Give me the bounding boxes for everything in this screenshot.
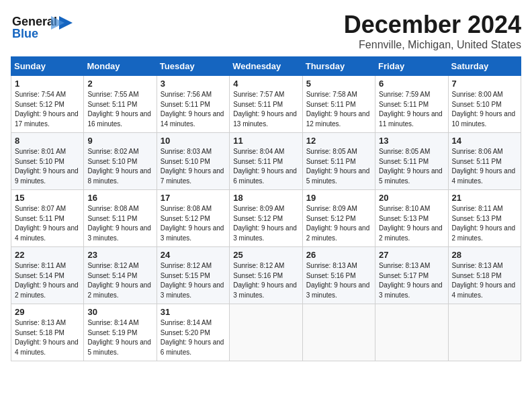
calendar-cell: 3Sunrise: 7:56 AMSunset: 5:11 PMDaylight…: [157, 76, 229, 133]
day-number: 23: [87, 250, 152, 260]
header-friday: Friday: [375, 57, 448, 76]
calendar-cell: 14Sunrise: 8:06 AMSunset: 5:11 PMDayligh…: [448, 133, 521, 190]
calendar-week-1: 1Sunrise: 7:54 AMSunset: 5:12 PMDaylight…: [11, 76, 521, 133]
day-number: 31: [161, 307, 226, 317]
day-number: 29: [15, 307, 80, 317]
calendar-cell: 13Sunrise: 8:05 AMSunset: 5:11 PMDayligh…: [375, 133, 448, 190]
calendar-cell: 16Sunrise: 8:08 AMSunset: 5:11 PMDayligh…: [84, 190, 157, 247]
cell-content: Sunrise: 8:04 AMSunset: 5:11 PMDaylight:…: [233, 148, 297, 185]
calendar-cell: 21Sunrise: 8:11 AMSunset: 5:13 PMDayligh…: [448, 190, 521, 247]
calendar-cell: 23Sunrise: 8:12 AMSunset: 5:14 PMDayligh…: [84, 247, 157, 304]
calendar-table: SundayMondayTuesdayWednesdayThursdayFrid…: [11, 56, 521, 361]
calendar-cell: 31Sunrise: 8:14 AMSunset: 5:20 PMDayligh…: [157, 304, 229, 361]
calendar-cell: 9Sunrise: 8:02 AMSunset: 5:10 PMDaylight…: [84, 133, 157, 190]
calendar-cell: 20Sunrise: 8:10 AMSunset: 5:13 PMDayligh…: [375, 190, 448, 247]
day-number: 20: [379, 193, 444, 203]
calendar-cell: 19Sunrise: 8:09 AMSunset: 5:12 PMDayligh…: [302, 190, 375, 247]
calendar-week-5: 29Sunrise: 8:13 AMSunset: 5:18 PMDayligh…: [11, 304, 521, 361]
calendar-header-row: SundayMondayTuesdayWednesdayThursdayFrid…: [11, 57, 521, 76]
header-wednesday: Wednesday: [230, 57, 302, 76]
calendar-cell: 1Sunrise: 7:54 AMSunset: 5:12 PMDaylight…: [11, 76, 84, 133]
day-number: 18: [233, 193, 298, 203]
cell-content: Sunrise: 8:06 AMSunset: 5:11 PMDaylight:…: [452, 148, 516, 185]
svg-text:Blue: Blue: [12, 27, 38, 40]
title-section: December 2024 Fennville, Michigan, Unite…: [344, 11, 521, 51]
calendar-cell: 4Sunrise: 7:57 AMSunset: 5:11 PMDaylight…: [230, 76, 302, 133]
calendar-cell: 7Sunrise: 8:00 AMSunset: 5:10 PMDaylight…: [448, 76, 521, 133]
cell-content: Sunrise: 8:08 AMSunset: 5:11 PMDaylight:…: [87, 205, 151, 242]
day-number: 7: [452, 79, 517, 89]
cell-content: Sunrise: 7:56 AMSunset: 5:11 PMDaylight:…: [161, 91, 224, 128]
calendar-cell: 30Sunrise: 8:14 AMSunset: 5:19 PMDayligh…: [84, 304, 157, 361]
day-number: 8: [15, 136, 80, 146]
calendar-cell: 18Sunrise: 8:09 AMSunset: 5:12 PMDayligh…: [230, 190, 302, 247]
cell-content: Sunrise: 8:08 AMSunset: 5:12 PMDaylight:…: [161, 205, 224, 242]
day-number: 17: [161, 193, 226, 203]
calendar-cell: [375, 304, 448, 361]
cell-content: Sunrise: 8:05 AMSunset: 5:11 PMDaylight:…: [306, 148, 370, 185]
cell-content: Sunrise: 8:12 AMSunset: 5:14 PMDaylight:…: [87, 262, 151, 299]
day-number: 25: [233, 250, 298, 260]
header-thursday: Thursday: [302, 57, 375, 76]
cell-content: Sunrise: 8:13 AMSunset: 5:17 PMDaylight:…: [379, 262, 443, 299]
cell-content: Sunrise: 8:13 AMSunset: 5:18 PMDaylight:…: [15, 319, 79, 356]
cell-content: Sunrise: 8:14 AMSunset: 5:20 PMDaylight:…: [161, 319, 224, 356]
day-number: 1: [15, 79, 80, 89]
cell-content: Sunrise: 8:13 AMSunset: 5:18 PMDaylight:…: [452, 262, 516, 299]
day-number: 27: [379, 250, 444, 260]
day-number: 30: [87, 307, 152, 317]
calendar-week-3: 15Sunrise: 8:07 AMSunset: 5:11 PMDayligh…: [11, 190, 521, 247]
calendar-cell: [448, 304, 521, 361]
day-number: 10: [161, 136, 226, 146]
cell-content: Sunrise: 8:09 AMSunset: 5:12 PMDaylight:…: [233, 205, 297, 242]
day-number: 19: [306, 193, 371, 203]
cell-content: Sunrise: 7:55 AMSunset: 5:11 PMDaylight:…: [87, 91, 151, 128]
day-number: 28: [452, 250, 517, 260]
cell-content: Sunrise: 8:01 AMSunset: 5:10 PMDaylight:…: [15, 148, 79, 185]
day-number: 24: [161, 250, 226, 260]
logo-svg: General Blue: [11, 11, 75, 44]
day-number: 5: [306, 79, 371, 89]
header-tuesday: Tuesday: [157, 57, 229, 76]
cell-content: Sunrise: 8:12 AMSunset: 5:15 PMDaylight:…: [161, 262, 224, 299]
calendar-cell: 6Sunrise: 7:59 AMSunset: 5:11 PMDaylight…: [375, 76, 448, 133]
svg-text:General: General: [12, 15, 57, 28]
cell-content: Sunrise: 8:10 AMSunset: 5:13 PMDaylight:…: [379, 205, 443, 242]
day-number: 11: [233, 136, 298, 146]
day-number: 21: [452, 193, 517, 203]
day-number: 4: [233, 79, 298, 89]
cell-content: Sunrise: 7:54 AMSunset: 5:12 PMDaylight:…: [15, 91, 79, 128]
calendar-cell: 26Sunrise: 8:13 AMSunset: 5:16 PMDayligh…: [302, 247, 375, 304]
calendar-cell: 24Sunrise: 8:12 AMSunset: 5:15 PMDayligh…: [157, 247, 229, 304]
logo: General Blue: [11, 11, 75, 44]
calendar-cell: 15Sunrise: 8:07 AMSunset: 5:11 PMDayligh…: [11, 190, 84, 247]
day-number: 9: [87, 136, 152, 146]
cell-content: Sunrise: 7:57 AMSunset: 5:11 PMDaylight:…: [233, 91, 297, 128]
day-number: 12: [306, 136, 371, 146]
cell-content: Sunrise: 8:11 AMSunset: 5:13 PMDaylight:…: [452, 205, 516, 242]
calendar-cell: 8Sunrise: 8:01 AMSunset: 5:10 PMDaylight…: [11, 133, 84, 190]
month-title: December 2024: [344, 11, 521, 39]
cell-content: Sunrise: 8:11 AMSunset: 5:14 PMDaylight:…: [15, 262, 79, 299]
header-saturday: Saturday: [448, 57, 521, 76]
calendar-cell: 10Sunrise: 8:03 AMSunset: 5:10 PMDayligh…: [157, 133, 229, 190]
calendar-cell: 28Sunrise: 8:13 AMSunset: 5:18 PMDayligh…: [448, 247, 521, 304]
calendar-cell: 17Sunrise: 8:08 AMSunset: 5:12 PMDayligh…: [157, 190, 229, 247]
day-number: 3: [161, 79, 226, 89]
calendar-cell: 25Sunrise: 8:12 AMSunset: 5:16 PMDayligh…: [230, 247, 302, 304]
cell-content: Sunrise: 8:07 AMSunset: 5:11 PMDaylight:…: [15, 205, 79, 242]
calendar-cell: 5Sunrise: 7:58 AMSunset: 5:11 PMDaylight…: [302, 76, 375, 133]
header-monday: Monday: [84, 57, 157, 76]
day-number: 26: [306, 250, 371, 260]
cell-content: Sunrise: 8:14 AMSunset: 5:19 PMDaylight:…: [87, 319, 151, 356]
calendar-week-4: 22Sunrise: 8:11 AMSunset: 5:14 PMDayligh…: [11, 247, 521, 304]
calendar-cell: 22Sunrise: 8:11 AMSunset: 5:14 PMDayligh…: [11, 247, 84, 304]
cell-content: Sunrise: 8:12 AMSunset: 5:16 PMDaylight:…: [233, 262, 297, 299]
cell-content: Sunrise: 8:13 AMSunset: 5:16 PMDaylight:…: [306, 262, 370, 299]
calendar-cell: 29Sunrise: 8:13 AMSunset: 5:18 PMDayligh…: [11, 304, 84, 361]
day-number: 16: [87, 193, 152, 203]
cell-content: Sunrise: 8:03 AMSunset: 5:10 PMDaylight:…: [161, 148, 224, 185]
calendar-cell: [230, 304, 302, 361]
cell-content: Sunrise: 7:58 AMSunset: 5:11 PMDaylight:…: [306, 91, 370, 128]
calendar-cell: [302, 304, 375, 361]
